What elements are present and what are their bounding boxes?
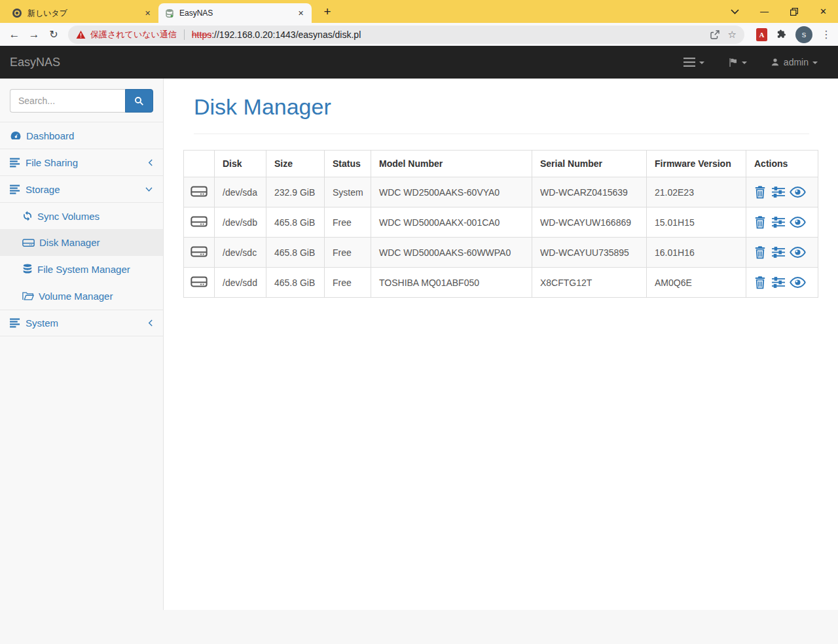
cell-status: Free [325, 238, 371, 268]
cell-disk: /dev/sdb [215, 207, 266, 238]
security-warning-icon[interactable] [76, 30, 86, 39]
delete-trash-icon[interactable] [752, 244, 768, 261]
settings-sliders-icon[interactable] [771, 214, 787, 231]
search-input[interactable] [10, 89, 125, 113]
sidebar-item-storage[interactable]: Storage [0, 175, 163, 202]
delete-trash-icon[interactable] [752, 214, 768, 231]
caret-down-icon [742, 62, 747, 64]
table-row: /dev/sdd 465.8 GiB Free TOSHIBA MQ01ABF0… [184, 268, 818, 298]
sidebar-item-label: File Sharing [26, 157, 78, 168]
sidebar-item-sync-volumes[interactable]: Sync Volumes [0, 202, 163, 229]
cell-size: 465.8 GiB [266, 207, 325, 238]
column-header-disk: Disk [215, 151, 266, 177]
omnibox-divider [184, 29, 185, 40]
tab-search-chevron-icon[interactable] [720, 0, 750, 23]
browser-tab-easynas[interactable]: EasyNAS ✕ [158, 3, 312, 23]
navbar-menu-dropdown[interactable] [683, 58, 704, 67]
database-stack-icon [22, 264, 33, 275]
share-icon[interactable] [710, 29, 720, 40]
tab-close-icon[interactable]: ✕ [142, 8, 153, 19]
window-restore-button[interactable] [779, 0, 809, 23]
sidebar-item-label: Volume Manager [39, 291, 113, 302]
settings-sliders-icon[interactable] [771, 274, 787, 291]
flag-icon [728, 58, 738, 67]
table-row: /dev/sdc 465.8 GiB Free WDC WD5000AAKS-6… [184, 238, 818, 268]
navbar-language-dropdown[interactable] [728, 58, 747, 67]
forward-button[interactable]: → [25, 28, 43, 41]
column-header-size: Size [266, 151, 325, 177]
sync-refresh-icon [22, 211, 33, 221]
tab-close-icon[interactable]: ✕ [295, 8, 306, 19]
browser-tab-newtab[interactable]: 新しいタブ ✕ [5, 3, 158, 23]
sidebar-item-volume-manager[interactable]: Volume Manager [0, 283, 163, 310]
window-minimize-button[interactable]: — [750, 0, 779, 23]
hdd-icon [184, 207, 215, 238]
sidebar-item-file-sharing[interactable]: File Sharing [0, 149, 163, 175]
cell-serial: WD-WCAYUW166869 [532, 207, 647, 238]
settings-sliders-icon[interactable] [771, 244, 787, 261]
chevron-left-icon [147, 319, 153, 327]
list-icon [10, 185, 21, 194]
url-text[interactable]: https://192.168.0.20:1443/easynas/disk.p… [192, 29, 705, 40]
view-eye-icon[interactable] [790, 274, 806, 291]
navbar-user-dropdown[interactable]: admin [771, 57, 818, 67]
new-tab-button[interactable]: + [318, 3, 337, 21]
cell-status: System [325, 177, 371, 207]
cell-model: TOSHIBA MQ01ABF050 [371, 268, 532, 298]
hdd-icon [184, 268, 215, 298]
cell-firmware: 21.02E23 [647, 177, 746, 207]
brand-logo[interactable]: EasyNAS [10, 56, 60, 69]
profile-avatar[interactable]: s [795, 26, 812, 43]
sidebar-item-label: Dashboard [26, 130, 74, 141]
cell-serial: WD-WCARZ0415639 [532, 177, 647, 207]
reload-button[interactable]: ↻ [45, 28, 63, 41]
sidebar-item-system[interactable]: System [0, 310, 163, 336]
security-warning-label[interactable]: 保護されていない通信 [90, 29, 177, 41]
view-eye-icon[interactable] [790, 244, 806, 261]
table-row: /dev/sda 232.9 GiB System WDC WD2500AAKS… [184, 177, 818, 207]
sidebar-item-label: System [26, 317, 58, 329]
folder-open-icon [22, 291, 34, 301]
column-header-serial: Serial Number [532, 151, 647, 177]
cell-size: 465.8 GiB [266, 268, 325, 298]
hdd-icon [184, 238, 215, 268]
hdd-icon [22, 238, 35, 248]
cell-disk: /dev/sdc [215, 238, 266, 268]
sidebar-item-disk-manager[interactable]: Disk Manager [0, 229, 163, 256]
extension-book-icon[interactable]: A [756, 28, 767, 41]
column-header-icon [184, 151, 215, 177]
user-icon [771, 58, 780, 67]
search-icon [134, 96, 144, 106]
sidebar-item-dashboard[interactable]: Dashboard [0, 122, 163, 149]
delete-trash-icon[interactable] [752, 274, 768, 291]
back-button[interactable]: ← [5, 28, 24, 41]
extensions-puzzle-icon[interactable] [776, 29, 787, 40]
sidebar-item-label: Disk Manager [39, 237, 100, 248]
settings-sliders-icon[interactable] [771, 184, 787, 201]
sidebar-item-file-system-manager[interactable]: File System Manager [0, 256, 163, 283]
tab-title: EasyNAS [179, 9, 290, 18]
address-bar[interactable]: 保護されていない通信 https://192.168.0.20:1443/eas… [68, 26, 744, 44]
sidebar-item-label: Storage [26, 184, 60, 195]
cell-firmware: 16.01H16 [647, 238, 746, 268]
site-navbar: EasyNAS admin [0, 46, 838, 79]
table-row: /dev/sdb 465.8 GiB Free WDC WD5000AAKX-0… [184, 207, 818, 238]
chevron-left-icon [147, 158, 153, 167]
delete-trash-icon[interactable] [752, 184, 768, 201]
column-header-status: Status [325, 151, 371, 177]
browser-tab-strip: 新しいタブ ✕ EasyNAS ✕ + — ✕ [0, 0, 838, 23]
column-header-actions: Actions [746, 151, 818, 177]
list-icon [10, 318, 21, 328]
cell-size: 465.8 GiB [266, 238, 325, 268]
easynas-favicon [165, 9, 174, 18]
view-eye-icon[interactable] [790, 184, 806, 201]
cell-model: WDC WD5000AAKS-60WWPA0 [371, 238, 532, 268]
cell-size: 232.9 GiB [266, 177, 325, 207]
browser-menu-kebab-icon[interactable]: ⋮ [821, 28, 829, 41]
caret-down-icon [699, 62, 704, 64]
sidebar-item-label: File System Manager [37, 264, 130, 275]
search-button[interactable] [125, 89, 153, 113]
bookmark-star-icon[interactable]: ☆ [728, 29, 737, 41]
view-eye-icon[interactable] [790, 214, 806, 231]
window-close-button[interactable]: ✕ [809, 0, 838, 23]
